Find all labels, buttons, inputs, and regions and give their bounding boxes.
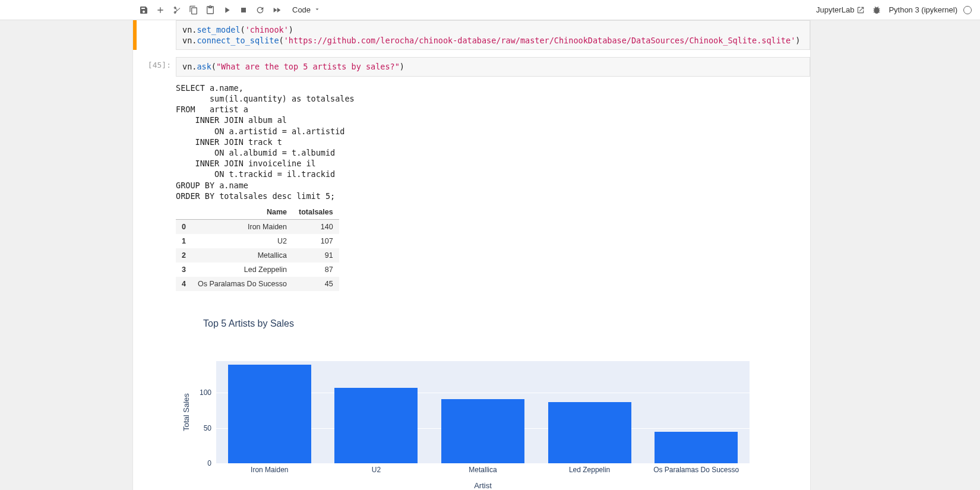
chart-bar[interactable] [548, 402, 631, 463]
chart-title: Top 5 Artists by Sales [176, 318, 810, 329]
gridline [216, 463, 750, 464]
cell-prompt: [45]: [137, 57, 176, 480]
bug-icon[interactable] [871, 4, 883, 16]
cell-sales: 91 [293, 248, 339, 263]
fast-forward-icon[interactable] [268, 2, 285, 18]
cell-sales: 140 [293, 220, 339, 235]
row-index: 1 [176, 234, 192, 248]
cell-type-wrap: Code [285, 3, 323, 17]
chart-bar[interactable] [228, 365, 311, 463]
save-icon[interactable] [135, 2, 152, 18]
notebook-content: vn.set_model('chinook') vn.connect_to_sq… [132, 20, 811, 490]
table-row: 0Iron Maiden140 [176, 220, 339, 235]
row-index: 2 [176, 248, 192, 263]
chart-bar[interactable] [334, 388, 418, 463]
toolbar-left: Code [135, 2, 323, 18]
y-tick-label: 100 [200, 388, 211, 397]
cell-output: SELECT a.name, sum(il.quantity) as total… [176, 77, 810, 480]
plot-area: Total Sales 050100 Iron MaidenU2Metallic… [176, 343, 751, 480]
chart-bars [216, 361, 750, 463]
kernel-name[interactable]: Python 3 (ipykernel) [889, 5, 957, 14]
x-tick-label: Os Paralamas Do Sucesso [653, 466, 739, 474]
y-ticks: 050100 [176, 361, 211, 463]
code-cell[interactable]: vn.set_model('chinook') vn.connect_to_sq… [133, 20, 810, 50]
restart-icon[interactable] [252, 2, 268, 18]
table-row: 3Led Zeppelin87 [176, 263, 339, 277]
stop-icon[interactable] [235, 2, 252, 18]
code-input[interactable]: vn.set_model('chinook') vn.connect_to_sq… [176, 20, 810, 50]
external-link-icon [856, 6, 865, 14]
sql-output: SELECT a.name, sum(il.quantity) as total… [176, 81, 810, 205]
copy-icon[interactable] [185, 2, 202, 18]
table-row: 2Metallica91 [176, 248, 339, 263]
row-index: 4 [176, 277, 192, 291]
y-tick-label: 50 [204, 424, 211, 432]
cell-sales: 107 [293, 234, 339, 248]
chart-bar[interactable] [655, 432, 738, 463]
toolbar: Code JupyterLab Python 3 (ipykernel) [0, 0, 980, 20]
toolbar-right: JupyterLab Python 3 (ipykernel) [816, 4, 980, 16]
table-corner [176, 205, 192, 220]
cell-sales: 87 [293, 263, 339, 277]
code-input[interactable]: vn.ask("What are the top 5 artists by sa… [176, 57, 810, 76]
cell-name: U2 [192, 234, 293, 248]
cell-name: Led Zeppelin [192, 263, 293, 277]
cell-name: Os Paralamas Do Sucesso [192, 277, 293, 291]
row-index: 3 [176, 263, 192, 277]
dataframe-table: Name totalsales 0Iron Maiden1401U21072Me… [176, 205, 339, 291]
run-icon[interactable] [219, 2, 235, 18]
table-row: 4Os Paralamas Do Sucesso45 [176, 277, 339, 291]
open-jupyterlab-link[interactable]: JupyterLab [816, 5, 865, 14]
x-tick-label: Iron Maiden [251, 466, 288, 474]
x-tick-label: Metallica [469, 466, 497, 474]
col-header: Name [192, 205, 293, 220]
y-tick-label: 0 [207, 459, 211, 467]
x-tick-label: Led Zeppelin [569, 466, 610, 474]
x-axis-title: Artist [474, 481, 492, 490]
code-cell[interactable]: [45]: vn.ask("What are the top 5 artists… [133, 57, 810, 480]
cell-type-select[interactable]: Code [289, 3, 323, 17]
jupyterlab-label: JupyterLab [816, 5, 854, 14]
x-ticks: Iron MaidenU2MetallicaLed ZeppelinOs Par… [216, 466, 750, 478]
kernel-status-icon[interactable] [963, 6, 972, 14]
paste-icon[interactable] [202, 2, 219, 18]
col-header: totalsales [293, 205, 339, 220]
cell-prompt [137, 20, 176, 50]
cut-icon[interactable] [169, 2, 185, 18]
add-cell-icon[interactable] [152, 2, 169, 18]
cell-name: Metallica [192, 248, 293, 263]
row-index: 0 [176, 220, 192, 235]
chart-bar[interactable] [441, 399, 524, 463]
workspace: Code JupyterLab Python 3 (ipykernel) vn.… [0, 0, 980, 490]
cell-name: Iron Maiden [192, 220, 293, 235]
cell-sales: 45 [293, 277, 339, 291]
chart: Top 5 Artists by Sales Total Sales 05010… [176, 318, 810, 480]
x-tick-label: U2 [372, 466, 381, 474]
table-row: 1U2107 [176, 234, 339, 248]
